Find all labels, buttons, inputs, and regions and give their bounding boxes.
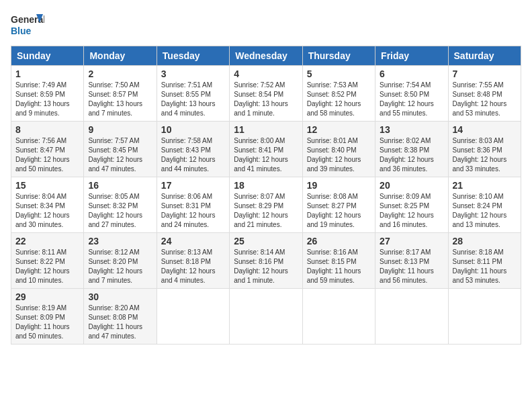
- calendar-cell: 13Sunrise: 8:02 AM Sunset: 8:38 PM Dayli…: [375, 122, 448, 177]
- calendar-cell: 30Sunrise: 8:20 AM Sunset: 8:08 PM Dayli…: [84, 289, 157, 345]
- day-info: Sunrise: 8:16 AM Sunset: 8:15 PM Dayligh…: [307, 248, 371, 285]
- calendar-cell: 14Sunrise: 8:03 AM Sunset: 8:36 PM Dayli…: [448, 122, 521, 177]
- calendar-cell: 8Sunrise: 7:56 AM Sunset: 8:47 PM Daylig…: [11, 122, 84, 177]
- day-info: Sunrise: 8:02 AM Sunset: 8:38 PM Dayligh…: [380, 136, 443, 174]
- calendar-cell: 4Sunrise: 7:52 AM Sunset: 8:54 PM Daylig…: [230, 66, 302, 122]
- day-number: 1: [15, 68, 79, 79]
- day-number: 25: [234, 236, 298, 246]
- day-number: 3: [161, 68, 225, 79]
- day-number: 18: [234, 180, 298, 191]
- day-info: Sunrise: 8:04 AM Sunset: 8:34 PM Dayligh…: [15, 192, 79, 230]
- day-number: 16: [88, 180, 152, 191]
- day-info: Sunrise: 8:18 AM Sunset: 8:11 PM Dayligh…: [453, 248, 517, 285]
- day-info: Sunrise: 8:20 AM Sunset: 8:08 PM Dayligh…: [88, 304, 152, 341]
- calendar-cell: 12Sunrise: 8:01 AM Sunset: 8:40 PM Dayli…: [302, 122, 375, 177]
- day-number: 12: [307, 124, 371, 135]
- day-info: Sunrise: 7:52 AM Sunset: 8:54 PM Dayligh…: [234, 81, 298, 118]
- day-info: Sunrise: 7:55 AM Sunset: 8:48 PM Dayligh…: [453, 81, 517, 118]
- day-number: 21: [453, 180, 517, 191]
- calendar-cell: 27Sunrise: 8:17 AM Sunset: 8:13 PM Dayli…: [375, 233, 448, 289]
- day-number: 30: [88, 291, 152, 302]
- day-number: 10: [161, 124, 225, 135]
- calendar-cell: 10Sunrise: 7:58 AM Sunset: 8:43 PM Dayli…: [157, 122, 229, 177]
- calendar-cell: 18Sunrise: 8:07 AM Sunset: 8:29 PM Dayli…: [230, 177, 302, 233]
- calendar-cell: 3Sunrise: 7:51 AM Sunset: 8:55 PM Daylig…: [157, 66, 229, 122]
- calendar-cell: 24Sunrise: 8:13 AM Sunset: 8:18 PM Dayli…: [157, 233, 229, 289]
- logo: GeneralBlue: [11, 11, 44, 40]
- day-number: 6: [380, 68, 443, 79]
- calendar-cell: [375, 289, 448, 345]
- calendar-cell: 1Sunrise: 7:49 AM Sunset: 8:59 PM Daylig…: [11, 66, 84, 122]
- calendar-cell: 5Sunrise: 7:53 AM Sunset: 8:52 PM Daylig…: [302, 66, 375, 122]
- day-info: Sunrise: 8:06 AM Sunset: 8:31 PM Dayligh…: [161, 192, 225, 230]
- day-info: Sunrise: 8:14 AM Sunset: 8:16 PM Dayligh…: [234, 248, 298, 285]
- day-number: 15: [15, 180, 79, 191]
- day-info: Sunrise: 8:19 AM Sunset: 8:09 PM Dayligh…: [15, 304, 79, 341]
- header-wednesday: Wednesday: [230, 46, 302, 66]
- day-info: Sunrise: 7:58 AM Sunset: 8:43 PM Dayligh…: [161, 136, 225, 174]
- calendar: SundayMondayTuesdayWednesdayThursdayFrid…: [11, 46, 521, 345]
- day-number: 7: [453, 68, 517, 79]
- calendar-cell: 11Sunrise: 8:00 AM Sunset: 8:41 PM Dayli…: [230, 122, 302, 177]
- day-number: 4: [234, 68, 298, 79]
- calendar-cell: 22Sunrise: 8:11 AM Sunset: 8:22 PM Dayli…: [11, 233, 84, 289]
- calendar-cell: [230, 289, 302, 345]
- day-info: Sunrise: 8:17 AM Sunset: 8:13 PM Dayligh…: [380, 248, 443, 285]
- calendar-cell: [448, 289, 521, 345]
- day-number: 2: [88, 68, 152, 79]
- day-number: 14: [453, 124, 517, 135]
- day-info: Sunrise: 8:07 AM Sunset: 8:29 PM Dayligh…: [234, 192, 298, 230]
- header-saturday: Saturday: [448, 46, 521, 66]
- day-info: Sunrise: 7:57 AM Sunset: 8:45 PM Dayligh…: [88, 136, 152, 174]
- day-number: 13: [380, 124, 443, 135]
- calendar-cell: 9Sunrise: 7:57 AM Sunset: 8:45 PM Daylig…: [84, 122, 157, 177]
- day-info: Sunrise: 8:11 AM Sunset: 8:22 PM Dayligh…: [15, 248, 79, 285]
- day-number: 23: [88, 236, 152, 246]
- calendar-cell: 26Sunrise: 8:16 AM Sunset: 8:15 PM Dayli…: [302, 233, 375, 289]
- day-info: Sunrise: 8:12 AM Sunset: 8:20 PM Dayligh…: [88, 248, 152, 285]
- header: GeneralBlue: [11, 11, 521, 40]
- day-number: 11: [234, 124, 298, 135]
- day-info: Sunrise: 7:49 AM Sunset: 8:59 PM Dayligh…: [15, 81, 79, 118]
- day-info: Sunrise: 8:09 AM Sunset: 8:25 PM Dayligh…: [380, 192, 443, 230]
- day-number: 24: [161, 236, 225, 246]
- day-info: Sunrise: 7:54 AM Sunset: 8:50 PM Dayligh…: [380, 81, 443, 118]
- day-number: 27: [380, 236, 443, 246]
- day-info: Sunrise: 8:10 AM Sunset: 8:24 PM Dayligh…: [453, 192, 517, 230]
- day-info: Sunrise: 7:56 AM Sunset: 8:47 PM Dayligh…: [15, 136, 79, 174]
- calendar-cell: 21Sunrise: 8:10 AM Sunset: 8:24 PM Dayli…: [448, 177, 521, 233]
- day-info: Sunrise: 7:50 AM Sunset: 8:57 PM Dayligh…: [88, 81, 152, 118]
- day-info: Sunrise: 8:05 AM Sunset: 8:32 PM Dayligh…: [88, 192, 152, 230]
- day-number: 19: [307, 180, 371, 191]
- day-info: Sunrise: 7:53 AM Sunset: 8:52 PM Dayligh…: [307, 81, 371, 118]
- calendar-cell: 25Sunrise: 8:14 AM Sunset: 8:16 PM Dayli…: [230, 233, 302, 289]
- logo-svg: GeneralBlue: [11, 11, 44, 40]
- calendar-cell: 19Sunrise: 8:08 AM Sunset: 8:27 PM Dayli…: [302, 177, 375, 233]
- day-number: 17: [161, 180, 225, 191]
- calendar-cell: 20Sunrise: 8:09 AM Sunset: 8:25 PM Dayli…: [375, 177, 448, 233]
- calendar-header-row: SundayMondayTuesdayWednesdayThursdayFrid…: [11, 46, 521, 66]
- calendar-cell: 28Sunrise: 8:18 AM Sunset: 8:11 PM Dayli…: [448, 233, 521, 289]
- calendar-cell: 2Sunrise: 7:50 AM Sunset: 8:57 PM Daylig…: [84, 66, 157, 122]
- day-number: 22: [15, 236, 79, 246]
- day-number: 29: [15, 291, 79, 302]
- calendar-cell: 23Sunrise: 8:12 AM Sunset: 8:20 PM Dayli…: [84, 233, 157, 289]
- day-number: 26: [307, 236, 371, 246]
- header-tuesday: Tuesday: [157, 46, 229, 66]
- calendar-cell: 16Sunrise: 8:05 AM Sunset: 8:32 PM Dayli…: [84, 177, 157, 233]
- day-number: 8: [15, 124, 79, 135]
- header-sunday: Sunday: [11, 46, 84, 66]
- day-info: Sunrise: 8:03 AM Sunset: 8:36 PM Dayligh…: [453, 136, 517, 174]
- day-info: Sunrise: 8:08 AM Sunset: 8:27 PM Dayligh…: [307, 192, 371, 230]
- calendar-cell: 29Sunrise: 8:19 AM Sunset: 8:09 PM Dayli…: [11, 289, 84, 345]
- calendar-cell: 15Sunrise: 8:04 AM Sunset: 8:34 PM Dayli…: [11, 177, 84, 233]
- svg-text:Blue: Blue: [11, 26, 32, 36]
- day-number: 5: [307, 68, 371, 79]
- calendar-cell: [302, 289, 375, 345]
- calendar-cell: 7Sunrise: 7:55 AM Sunset: 8:48 PM Daylig…: [448, 66, 521, 122]
- header-thursday: Thursday: [302, 46, 375, 66]
- day-info: Sunrise: 7:51 AM Sunset: 8:55 PM Dayligh…: [161, 81, 225, 118]
- day-info: Sunrise: 8:01 AM Sunset: 8:40 PM Dayligh…: [307, 136, 371, 174]
- header-monday: Monday: [84, 46, 157, 66]
- day-number: 9: [88, 124, 152, 135]
